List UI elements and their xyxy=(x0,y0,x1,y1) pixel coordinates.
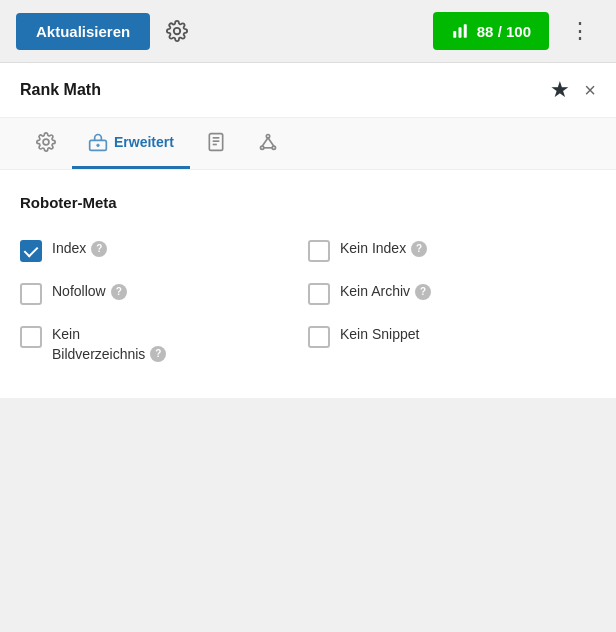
svg-rect-2 xyxy=(458,27,461,38)
checkbox-grid: Index ? Kein Index ? Nofollow ? xyxy=(20,229,596,374)
svg-point-12 xyxy=(266,135,269,138)
update-button[interactable]: Aktualisieren xyxy=(16,13,150,50)
svg-line-16 xyxy=(268,138,274,146)
checkbox-label-kein-index: Kein Index ? xyxy=(340,239,427,259)
checkbox-kein-snippet[interactable] xyxy=(308,326,330,348)
checkbox-label-kein-snippet: Kein Snippet xyxy=(340,325,419,345)
tab-settings[interactable] xyxy=(20,118,72,169)
tab-schema[interactable] xyxy=(242,118,294,169)
svg-line-15 xyxy=(262,138,268,146)
star-icon[interactable]: ★ xyxy=(550,79,570,101)
checkbox-label-kein-bildverzeichnis: Kein Bildverzeichnis ? xyxy=(52,325,166,364)
schema-icon xyxy=(258,132,278,152)
panel-content: Roboter-Meta Index ? Kein Index ? xyxy=(0,170,616,398)
checkbox-item-kein-snippet: Kein Snippet xyxy=(308,315,596,374)
checkbox-item-kein-archiv: Kein Archiv ? xyxy=(308,272,596,315)
tab-erweitert-label: Erweitert xyxy=(114,134,174,150)
checkbox-item-index: Index ? xyxy=(20,229,308,272)
chart-icon xyxy=(451,22,469,40)
help-icon-kein-bildverzeichnis[interactable]: ? xyxy=(150,346,166,362)
section-title: Roboter-Meta xyxy=(20,194,596,211)
checkbox-index[interactable] xyxy=(20,240,42,262)
toolbox-icon xyxy=(88,132,108,152)
checkbox-label-nofollow: Nofollow ? xyxy=(52,282,127,302)
help-icon-nofollow[interactable]: ? xyxy=(111,284,127,300)
help-icon-kein-index[interactable]: ? xyxy=(411,241,427,257)
score-button[interactable]: 88 / 100 xyxy=(433,12,549,50)
checkbox-label-kein-archiv: Kein Archiv ? xyxy=(340,282,431,302)
settings-gear-button[interactable] xyxy=(162,16,192,46)
panel-header: Rank Math ★ × xyxy=(0,63,616,118)
settings-icon xyxy=(36,132,56,152)
tab-erweitert[interactable]: Erweitert xyxy=(72,118,190,169)
toolbar: Aktualisieren 88 / 100 ⋮ xyxy=(0,0,616,62)
checkbox-item-kein-bildverzeichnis: Kein Bildverzeichnis ? xyxy=(20,315,308,374)
svg-point-13 xyxy=(260,146,263,149)
rank-math-panel: Rank Math ★ × Erweitert xyxy=(0,62,616,398)
panel-title: Rank Math xyxy=(20,81,101,99)
tab-snippet[interactable] xyxy=(190,118,242,169)
svg-point-4 xyxy=(43,139,49,145)
document-icon xyxy=(206,132,226,152)
help-icon-kein-archiv[interactable]: ? xyxy=(415,284,431,300)
checkbox-kein-bildverzeichnis[interactable] xyxy=(20,326,42,348)
svg-point-0 xyxy=(174,28,180,34)
more-options-button[interactable]: ⋮ xyxy=(561,14,600,48)
gear-icon xyxy=(166,20,188,42)
checkbox-nofollow[interactable] xyxy=(20,283,42,305)
panel-header-icons: ★ × xyxy=(550,79,596,101)
checkbox-item-nofollow: Nofollow ? xyxy=(20,272,308,315)
svg-rect-3 xyxy=(464,24,467,38)
svg-point-14 xyxy=(272,146,275,149)
score-label: 88 / 100 xyxy=(477,23,531,40)
help-icon-index[interactable]: ? xyxy=(91,241,107,257)
tab-bar: Erweitert xyxy=(0,118,616,170)
checkbox-kein-archiv[interactable] xyxy=(308,283,330,305)
checkbox-kein-index[interactable] xyxy=(308,240,330,262)
checkbox-label-index: Index ? xyxy=(52,239,107,259)
close-icon[interactable]: × xyxy=(584,80,596,100)
checkbox-item-kein-index: Kein Index ? xyxy=(308,229,596,272)
svg-rect-1 xyxy=(453,31,456,38)
